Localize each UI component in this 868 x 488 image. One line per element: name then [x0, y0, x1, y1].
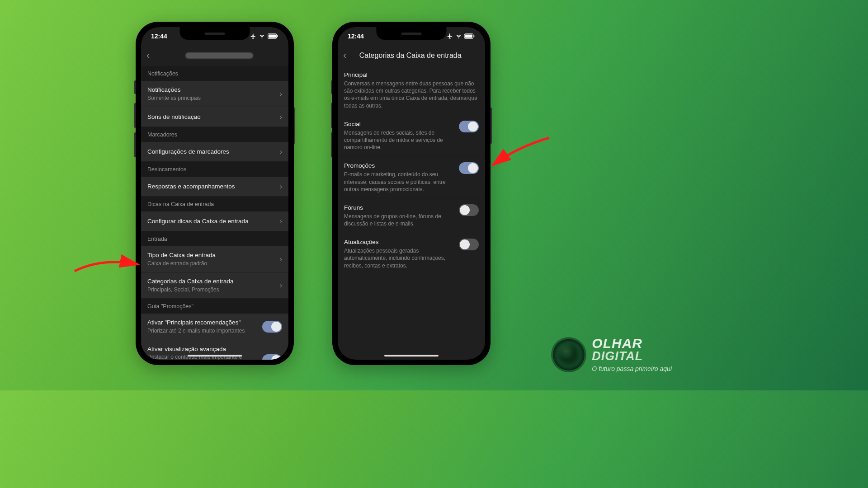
categories-list[interactable]: PrincipalConversas e mensagens entre dua… — [338, 66, 485, 360]
notch — [377, 27, 447, 40]
back-icon[interactable]: ‹ — [343, 50, 346, 61]
row-subtitle: Caixa de entrada padrão — [147, 260, 275, 267]
chevron-right-icon: › — [280, 183, 282, 191]
chevron-right-icon: › — [280, 90, 282, 98]
category-desc: Mensagens de redes sociais, sites de com… — [344, 129, 453, 151]
settings-row[interactable]: Ativar visualização avançadaDestacar o c… — [141, 340, 288, 360]
status-icons — [250, 33, 278, 39]
category-desc: Atualizações pessoais geradas automatica… — [344, 247, 453, 269]
phone-left: 12:44 ‹ NotificaçõesNotificaçõesSomente … — [136, 22, 294, 365]
category-desc: E-mails de marketing, conteúdo do seu in… — [344, 171, 453, 193]
settings-row[interactable]: NotificaçõesSomente as principais› — [141, 81, 288, 107]
settings-row[interactable]: Ativar "Principais recomendações"Prioriz… — [141, 314, 288, 340]
section-header: Entrada — [141, 231, 288, 246]
svg-rect-4 — [465, 35, 472, 38]
toggle-switch[interactable] — [262, 321, 282, 333]
section-header: Deslocamentos — [141, 162, 288, 177]
wifi-icon — [455, 33, 462, 39]
status-time: 12:44 — [348, 33, 364, 40]
category-row[interactable]: FórunsMensagens de grupos on-line, fórun… — [338, 199, 485, 233]
row-title: Sons de notificação — [147, 113, 275, 121]
settings-list[interactable]: NotificaçõesNotificaçõesSomente as princ… — [141, 66, 288, 360]
svg-rect-2 — [277, 35, 278, 37]
row-subtitle: Priorizar até 2 e-mails muito importante… — [147, 328, 258, 335]
wifi-icon — [259, 33, 265, 39]
toggle-switch[interactable] — [262, 354, 282, 360]
category-row[interactable]: PromoçõesE-mails de marketing, conteúdo … — [338, 157, 485, 199]
nav-title: Categorias da Caixa de entrada — [352, 52, 480, 60]
nav-bar: ‹ — [141, 45, 288, 66]
arrow-annotation-left — [70, 253, 142, 282]
row-subtitle: Principais, Social, Promoções — [147, 286, 275, 294]
category-title: Promoções — [344, 162, 453, 169]
brand-logo: OLHAR DIGITAL O futuro passa primeiro aq… — [553, 337, 672, 372]
battery-icon — [464, 33, 475, 39]
nav-title-redacted — [185, 52, 253, 59]
chevron-right-icon: › — [280, 113, 282, 121]
settings-row[interactable]: Configurar dicas da Caixa de entrada› — [141, 211, 288, 231]
home-indicator[interactable] — [384, 355, 439, 357]
chevron-right-icon: › — [280, 217, 282, 225]
home-indicator[interactable] — [188, 355, 242, 357]
status-time: 12:44 — [151, 33, 167, 40]
arrow-annotation-right — [486, 133, 554, 176]
category-desc: Mensagens de grupos on-line, fóruns de d… — [344, 213, 453, 227]
notch — [180, 27, 250, 40]
phone-right: 12:44 ‹ Categorias da Caixa de entrada P… — [332, 22, 491, 365]
category-title: Fóruns — [344, 204, 453, 211]
brand-tagline: O futuro passa primeiro aqui — [592, 365, 672, 372]
status-icons — [447, 33, 475, 39]
settings-row[interactable]: Configurações de marcadores› — [141, 142, 288, 162]
battery-icon — [268, 33, 278, 39]
toggle-switch[interactable] — [459, 239, 479, 250]
category-title: Atualizações — [344, 239, 453, 245]
category-title: Principal — [344, 71, 479, 78]
settings-row[interactable]: Respostas e acompanhamentos› — [141, 177, 288, 197]
row-title: Tipo de Caixa de entrada — [147, 251, 275, 259]
category-title: Social — [344, 121, 453, 127]
row-title: Notificações — [147, 86, 275, 94]
chevron-right-icon: › — [280, 255, 282, 263]
settings-row[interactable]: Categorias da Caixa de entradaPrincipais… — [141, 272, 288, 299]
brand-line1: OLHAR — [592, 337, 672, 350]
settings-row[interactable]: Sons de notificação› — [141, 107, 288, 127]
category-row: PrincipalConversas e mensagens entre dua… — [338, 66, 485, 115]
nav-bar: ‹ Categorias da Caixa de entrada — [338, 45, 485, 66]
back-icon[interactable]: ‹ — [146, 50, 150, 61]
row-title: Respostas e acompanhamentos — [147, 183, 275, 191]
settings-row[interactable]: Tipo de Caixa de entradaCaixa de entrada… — [141, 246, 288, 272]
toggle-switch[interactable] — [459, 162, 479, 174]
row-title: Configurar dicas da Caixa de entrada — [147, 217, 275, 225]
brand-line2: DIGITAL — [592, 350, 672, 362]
toggle-switch[interactable] — [459, 204, 479, 216]
row-title: Ativar visualização avançada — [147, 345, 258, 353]
chevron-right-icon: › — [280, 148, 282, 156]
chevron-right-icon: › — [280, 282, 282, 290]
phone-mockups: 12:44 ‹ NotificaçõesNotificaçõesSomente … — [136, 22, 491, 365]
category-desc: Conversas e mensagens entre duas pessoas… — [344, 80, 479, 109]
row-subtitle: Somente as principais — [147, 95, 275, 102]
toggle-switch[interactable] — [459, 121, 479, 132]
row-title: Categorias da Caixa de entrada — [147, 277, 275, 286]
category-row[interactable]: SocialMensagens de redes sociais, sites … — [338, 115, 485, 157]
section-header: Notificações — [141, 66, 288, 81]
section-header: Marcadores — [141, 127, 288, 142]
brand-mark-icon — [553, 339, 585, 371]
section-header: Guia "Promoções" — [141, 299, 288, 314]
airplane-icon — [447, 33, 453, 39]
airplane-icon — [250, 33, 256, 39]
svg-rect-1 — [269, 35, 276, 38]
row-title: Configurações de marcadores — [147, 148, 275, 156]
svg-rect-5 — [474, 35, 475, 37]
category-row[interactable]: AtualizaçõesAtualizações pessoais gerada… — [338, 233, 485, 275]
row-title: Ativar "Principais recomendações" — [147, 319, 258, 327]
section-header: Dicas na Caixa de entrada — [141, 197, 288, 211]
